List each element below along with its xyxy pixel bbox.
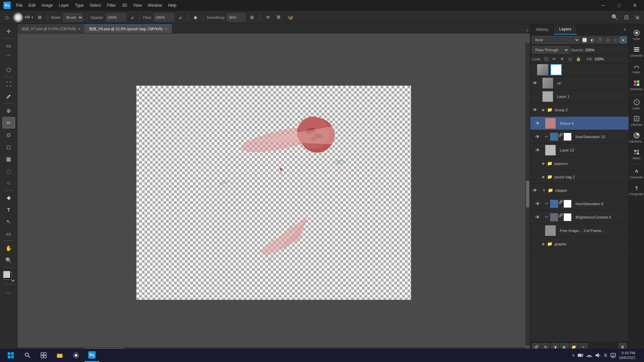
opacity-input[interactable] (106, 13, 126, 21)
filter-adjust-icon[interactable]: ◐ (589, 37, 596, 43)
panel-paragraph[interactable]: ¶ Paragraph (630, 182, 643, 198)
taskbar-task-view[interactable] (36, 349, 51, 362)
swap-colors-icon[interactable]: ⇄ (12, 279, 14, 282)
maximize-button[interactable]: □ (611, 0, 627, 11)
taskbar-file-explorer[interactable] (52, 349, 67, 362)
menu-type[interactable]: Type (72, 2, 86, 9)
layer-visibility-pouchbag2[interactable]: 👁 (532, 174, 538, 180)
tool-eraser[interactable]: ◻ (2, 141, 15, 153)
mode-select[interactable]: Brush (63, 13, 83, 21)
home-button[interactable]: ⌂ (3, 13, 11, 22)
layer-visibility-freeimage[interactable]: 👁 (534, 227, 541, 234)
show-desktop-btn[interactable] (638, 349, 640, 362)
layer-visibility-ellipse6[interactable]: 👁 (534, 120, 541, 127)
tool-shape[interactable]: ▭ (2, 228, 15, 239)
close-button[interactable]: ✕ (627, 0, 643, 11)
tool-lasso[interactable]: ⌒ (2, 52, 15, 63)
filter-active-icon[interactable]: ● (620, 37, 627, 43)
filter-type-icon[interactable]: T (597, 37, 603, 43)
menu-select[interactable]: Select (87, 2, 103, 9)
panel-menu-button[interactable]: ≡ (621, 24, 629, 35)
tool-dodge[interactable]: ○ (2, 177, 15, 189)
workspace-btn[interactable]: ⊡ (622, 13, 631, 22)
menu-image[interactable]: Image (39, 2, 55, 9)
tool-direct-select[interactable]: ↖ (2, 216, 15, 227)
menu-file[interactable]: File (13, 2, 25, 9)
panel-character[interactable]: A Character (630, 165, 643, 181)
layer-visibility-bc6[interactable]: 👁 (534, 214, 541, 221)
tray-up-arrow[interactable]: ∧ (572, 353, 575, 358)
opacity-value[interactable] (585, 48, 598, 52)
panel-learn[interactable]: ? Learn (630, 96, 643, 112)
panel-paths[interactable]: Paths (630, 60, 643, 76)
start-button[interactable] (3, 349, 19, 362)
layer-visibility-ori[interactable]: 👁 (532, 80, 538, 86)
filter-shape-icon[interactable]: ◇ (604, 37, 611, 43)
panel-adjustments[interactable]: Adjustme... (630, 129, 643, 145)
group2-expand[interactable]: ▶ (542, 108, 545, 112)
layer-item-layer1[interactable]: 👁 Layer 1 (530, 90, 629, 103)
brush-dropdown-icon[interactable]: ▾ (32, 15, 33, 19)
lock-all-icon[interactable]: 🔒 (575, 56, 581, 62)
fg-bg-colors[interactable]: ⇄ (2, 270, 15, 283)
panel-libraries[interactable]: Libraries (630, 113, 643, 129)
tab-file1[interactable]: 海报_V7.psd @ 8.33% (CMYK/8) ✕ (17, 24, 85, 33)
layer-visibility-group2[interactable]: 👁 (532, 107, 538, 113)
fill-value[interactable] (594, 57, 611, 61)
layer-item-ori[interactable]: 👁 ori (530, 76, 629, 90)
menu-filter[interactable]: Filter (104, 2, 119, 9)
tool-brush[interactable]: ✏ (2, 117, 15, 128)
tab-file2[interactable]: 海报_V6.psd @ 21.9% (pouch bag, CMYK/8) ✕ (85, 24, 172, 33)
layer-item-group2[interactable]: 👁 ▶ 📁 Group 2 (530, 103, 629, 117)
canvas[interactable] (136, 85, 411, 300)
menu-edit[interactable]: Edit (26, 2, 38, 9)
panel-styles[interactable]: Styles (630, 146, 643, 162)
symmetry-btn[interactable]: ⌘ (274, 13, 283, 22)
layer-visibility-graphic[interactable]: 👁 (532, 241, 538, 247)
filter-kind-select[interactable]: Kind (532, 36, 580, 44)
popcorn-expand[interactable]: ▶ (542, 162, 545, 165)
vertical-scrollbar[interactable] (525, 43, 530, 345)
canvas-container[interactable] (17, 34, 530, 352)
flow-input[interactable] (154, 13, 174, 21)
taskbar-chrome[interactable] (68, 349, 83, 362)
airbrush-btn[interactable]: ◉ (191, 13, 200, 22)
menu-help[interactable]: Help (165, 2, 179, 9)
tool-crop[interactable]: ⛶ (2, 78, 15, 90)
layer-visibility-layer1[interactable]: 👁 (532, 93, 538, 100)
tool-text[interactable]: T (2, 204, 15, 215)
clock-display[interactable]: 9:49 PM 18/8/2022 (619, 351, 635, 360)
vertical-scroll-thumb[interactable] (526, 181, 529, 207)
panel-color[interactable]: Color (630, 27, 643, 43)
lock-paint-icon[interactable]: ✏ (551, 56, 557, 62)
tool-gradient[interactable]: ▦ (2, 153, 15, 165)
lock-artboard-icon[interactable]: ◻ (567, 56, 573, 62)
pouchbag2-expand[interactable]: ▶ (542, 175, 545, 179)
tool-move[interactable]: ✛ (2, 25, 15, 37)
menu-3d[interactable]: 3D (119, 2, 129, 9)
fg-color[interactable] (3, 271, 10, 278)
panel-tab-history[interactable]: History (530, 24, 554, 35)
lock-transparency-icon[interactable]: ⬛ (543, 56, 549, 62)
brush-preview[interactable] (13, 12, 23, 22)
layer-visibility-layer22[interactable]: 👁 (534, 147, 541, 154)
panel-channels[interactable]: Channels (630, 44, 643, 60)
angle-btn[interactable]: ⟲ (264, 13, 272, 22)
layer-item-bc6[interactable]: 👁 ↩ 🔗 Brightness/Contrast 6 (530, 210, 629, 224)
panel-swatches[interactable]: Swatches (630, 77, 643, 93)
smoothing-settings-btn[interactable]: ⚙ (248, 13, 257, 22)
layer-item-graphic[interactable]: 👁 ▶ 📁 graphic (530, 237, 629, 251)
layer-visibility-clapper[interactable]: 👁 (532, 187, 538, 194)
menu-view[interactable]: View (130, 2, 145, 9)
lock-move-icon[interactable]: ✛ (559, 56, 565, 62)
tool-clone[interactable]: ⊙ (2, 129, 15, 140)
menu-window[interactable]: Window (145, 2, 165, 9)
layer-item-pouchbag2[interactable]: 👁 ▶ 📁 pouch bag 2 (530, 170, 629, 184)
smoothing-input[interactable] (227, 13, 246, 21)
tray-language[interactable]: 英 (604, 353, 607, 358)
extract-btn[interactable]: ⇲ (632, 13, 641, 22)
layer-item-popcorn[interactable]: 👁 ▶ 📁 popcorn (530, 157, 629, 170)
blend-mode-select[interactable]: Pass Through (532, 46, 569, 54)
menu-layer[interactable]: Layer (56, 2, 71, 9)
tool-pen[interactable]: ◆ (2, 192, 15, 203)
